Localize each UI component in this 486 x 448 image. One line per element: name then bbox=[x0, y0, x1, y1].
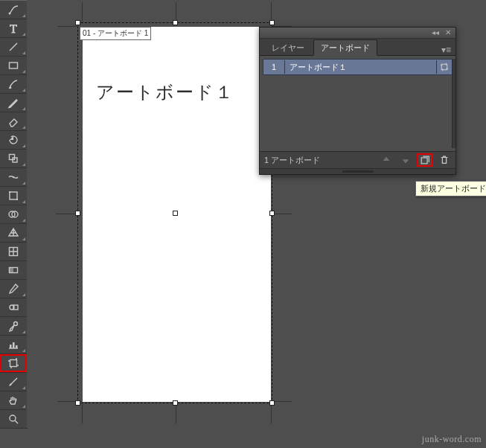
artboard-row-options-icon[interactable] bbox=[436, 60, 452, 74]
pencil-tool[interactable] bbox=[0, 94, 27, 112]
tool-strip bbox=[0, 0, 28, 429]
handle-mid-left[interactable] bbox=[75, 211, 80, 216]
gradient-tool[interactable] bbox=[0, 261, 27, 280]
svg-point-4 bbox=[13, 176, 15, 179]
artboard-overlay-label[interactable]: 01 - アートボード 1 bbox=[80, 27, 151, 40]
tooltip-new-artboard: 新規アートボード bbox=[415, 181, 486, 196]
line-segment-tool[interactable] bbox=[0, 38, 27, 57]
symbol-sprayer-tool[interactable] bbox=[0, 317, 27, 336]
artboard-row-index: 1 bbox=[263, 63, 284, 71]
svg-rect-17 bbox=[16, 345, 18, 348]
tick bbox=[57, 401, 77, 402]
panel-close-icon[interactable]: ✕ bbox=[445, 29, 451, 36]
svg-rect-2 bbox=[10, 155, 15, 160]
slice-tool[interactable] bbox=[0, 373, 27, 391]
rotate-tool[interactable] bbox=[0, 131, 27, 150]
tick bbox=[271, 404, 272, 423]
tab-artboards[interactable]: アートボード bbox=[313, 39, 377, 56]
shape-builder-tool[interactable] bbox=[0, 205, 27, 224]
tick bbox=[176, 404, 176, 423]
move-up-button[interactable] bbox=[378, 153, 394, 167]
eyedropper-tool[interactable] bbox=[0, 280, 27, 298]
new-artboard-button[interactable] bbox=[417, 153, 433, 167]
handle-top-left[interactable] bbox=[75, 20, 80, 25]
artboard-canvas[interactable]: 01 - アートボード 1 アートボード１ bbox=[83, 27, 271, 402]
handle-top-center[interactable] bbox=[173, 20, 178, 25]
svg-rect-21 bbox=[421, 158, 427, 164]
curvature-tool[interactable] bbox=[0, 1, 27, 19]
svg-point-14 bbox=[14, 322, 18, 326]
tick bbox=[82, 404, 83, 423]
delete-artboard-button[interactable] bbox=[436, 153, 453, 167]
panel-resize-grip[interactable] bbox=[260, 168, 455, 174]
watermark: junk-word.com bbox=[422, 434, 482, 445]
tick bbox=[271, 2, 272, 22]
panel-tabs: レイヤー アートボード ▾≡ bbox=[260, 39, 455, 56]
svg-rect-15 bbox=[10, 345, 12, 348]
type-tool[interactable] bbox=[0, 19, 27, 38]
panel-body[interactable]: 1 アートボード１ bbox=[260, 56, 455, 151]
panel-menu-icon[interactable]: ▾≡ bbox=[441, 45, 451, 55]
rectangle-tool[interactable] bbox=[0, 57, 27, 75]
zoom-tool[interactable] bbox=[0, 410, 27, 429]
tick bbox=[272, 401, 292, 402]
svg-point-19 bbox=[10, 415, 16, 421]
artboard-tool[interactable] bbox=[0, 354, 27, 373]
tab-layers[interactable]: レイヤー bbox=[264, 39, 312, 56]
hand-tool[interactable] bbox=[0, 391, 27, 410]
svg-point-0 bbox=[9, 13, 11, 15]
free-transform-tool[interactable] bbox=[0, 187, 27, 205]
artboard-row[interactable]: 1 アートボード１ bbox=[263, 59, 453, 75]
blend-tool[interactable] bbox=[0, 298, 27, 317]
mesh-tool[interactable] bbox=[0, 243, 27, 261]
svg-rect-16 bbox=[13, 342, 15, 348]
width-tool[interactable] bbox=[0, 168, 27, 187]
column-graph-tool[interactable] bbox=[0, 336, 27, 354]
perspective-grid-tool[interactable] bbox=[0, 224, 27, 243]
paintbrush-tool[interactable] bbox=[0, 75, 27, 94]
tick bbox=[272, 214, 292, 214]
tick bbox=[82, 2, 83, 22]
tick bbox=[57, 26, 77, 27]
svg-rect-6 bbox=[9, 191, 10, 193]
move-down-button[interactable] bbox=[397, 153, 414, 167]
tick bbox=[176, 2, 176, 22]
svg-rect-7 bbox=[16, 199, 18, 200]
svg-rect-18 bbox=[10, 360, 17, 367]
eraser-tool[interactable] bbox=[0, 112, 27, 131]
panel-collapse-icon[interactable]: ◂◂ bbox=[432, 29, 439, 36]
artboard-count-label: 1 アートボード bbox=[263, 155, 375, 166]
svg-rect-5 bbox=[10, 192, 17, 199]
scale-tool[interactable] bbox=[0, 150, 27, 168]
artboards-panel[interactable]: ◂◂ ✕ レイヤー アートボード ▾≡ 1 アートボード１ 1 アートボード bbox=[259, 27, 456, 175]
panel-footer: 1 アートボード bbox=[260, 151, 455, 168]
panel-titlebar[interactable]: ◂◂ ✕ bbox=[260, 28, 455, 39]
tick bbox=[56, 214, 75, 214]
svg-rect-1 bbox=[10, 63, 18, 68]
artboard-row-name[interactable]: アートボード１ bbox=[285, 62, 436, 73]
